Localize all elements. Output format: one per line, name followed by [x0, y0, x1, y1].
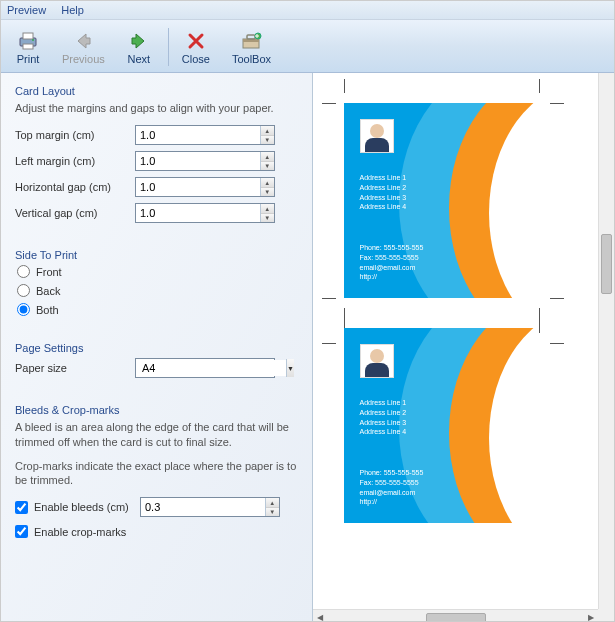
bleeds-value-input[interactable]: ▲▼	[140, 497, 280, 517]
paper-size-label: Paper size	[15, 362, 135, 374]
card-address: Address Line 1 Address Line 2 Address Li…	[360, 173, 407, 212]
preview-page: Address Line 1 Address Line 2 Address Li…	[313, 73, 598, 609]
spinner-up-icon[interactable]: ▲	[261, 178, 274, 188]
spinner-up-icon[interactable]: ▲	[261, 204, 274, 214]
paper-size-select[interactable]: ▼	[135, 358, 275, 378]
menu-preview[interactable]: Preview	[7, 4, 46, 16]
card-contact: Phone: 555-555-555 Fax: 555-555-5555 ema…	[360, 468, 424, 507]
radio-back[interactable]: Back	[15, 284, 298, 297]
chevron-down-icon[interactable]: ▼	[286, 359, 294, 377]
card-preview: Address Line 1 Address Line 2 Address Li…	[344, 328, 539, 523]
card-layout-title: Card Layout	[15, 85, 298, 97]
side-to-print-title: Side To Print	[15, 249, 298, 261]
enable-bleeds-checkbox[interactable]	[15, 501, 28, 514]
enable-crop-label: Enable crop-marks	[34, 526, 126, 538]
bleeds-desc1: A bleed is an area along the edge of the…	[15, 420, 298, 449]
spinner-up-icon[interactable]: ▲	[266, 498, 279, 508]
vgap-label: Vertical gap (cm)	[15, 207, 135, 219]
svg-rect-6	[247, 35, 255, 39]
card-contact: Phone: 555-555-555 Fax: 555-555-5555 ema…	[360, 243, 424, 282]
vgap-input[interactable]: ▲▼	[135, 203, 275, 223]
left-margin-label: Left margin (cm)	[15, 155, 135, 167]
spinner-down-icon[interactable]: ▼	[261, 136, 274, 145]
toolbox-icon	[239, 29, 263, 53]
enable-crop-checkbox[interactable]	[15, 525, 28, 538]
scroll-right-icon[interactable]: ▶	[588, 613, 594, 622]
scroll-thumb[interactable]	[601, 234, 612, 294]
arrow-right-icon	[127, 29, 151, 53]
close-button[interactable]: Close	[173, 24, 219, 70]
menubar: Preview Help	[1, 1, 614, 20]
radio-front[interactable]: Front	[15, 265, 298, 278]
card-preview: Address Line 1 Address Line 2 Address Li…	[344, 103, 539, 298]
preview-panel: Address Line 1 Address Line 2 Address Li…	[313, 73, 614, 622]
vertical-scrollbar[interactable]	[598, 73, 614, 609]
card-address: Address Line 1 Address Line 2 Address Li…	[360, 398, 407, 437]
print-button[interactable]: Print	[7, 24, 49, 70]
spinner-down-icon[interactable]: ▼	[261, 188, 274, 197]
horizontal-scrollbar[interactable]: ◀ ▶	[313, 609, 598, 622]
radio-both[interactable]: Both	[15, 303, 298, 316]
avatar	[360, 119, 394, 153]
printer-icon	[16, 29, 40, 53]
avatar	[360, 344, 394, 378]
spinner-down-icon[interactable]: ▼	[261, 214, 274, 223]
toolbar: Print Previous Next Close ToolBox	[1, 20, 614, 73]
svg-rect-1	[23, 33, 33, 39]
arrow-left-icon	[71, 29, 95, 53]
hgap-input[interactable]: ▲▼	[135, 177, 275, 197]
scroll-thumb[interactable]	[426, 613, 486, 623]
top-margin-input[interactable]: ▲▼	[135, 125, 275, 145]
bleeds-title: Bleeds & Crop-marks	[15, 404, 298, 416]
spinner-up-icon[interactable]: ▲	[261, 126, 274, 136]
previous-button: Previous	[53, 24, 114, 70]
page-settings-title: Page Settings	[15, 342, 298, 354]
close-icon	[184, 29, 208, 53]
next-button[interactable]: Next	[118, 24, 160, 70]
menu-help[interactable]: Help	[61, 4, 84, 16]
toolbox-button[interactable]: ToolBox	[223, 24, 280, 70]
settings-panel: Card Layout Adjust the margins and gaps …	[1, 73, 313, 622]
enable-bleeds-label: Enable bleeds (cm)	[34, 501, 140, 513]
top-margin-label: Top margin (cm)	[15, 129, 135, 141]
card-layout-desc: Adjust the margins and gaps to align wit…	[15, 101, 298, 115]
spinner-down-icon[interactable]: ▼	[261, 162, 274, 171]
spinner-down-icon[interactable]: ▼	[266, 508, 279, 517]
hgap-label: Horizontal gap (cm)	[15, 181, 135, 193]
svg-rect-2	[23, 44, 33, 49]
spinner-up-icon[interactable]: ▲	[261, 152, 274, 162]
scroll-left-icon[interactable]: ◀	[317, 613, 323, 622]
bleeds-desc2: Crop-marks indicate the exact place wher…	[15, 459, 298, 488]
svg-point-3	[32, 39, 34, 41]
left-margin-input[interactable]: ▲▼	[135, 151, 275, 171]
